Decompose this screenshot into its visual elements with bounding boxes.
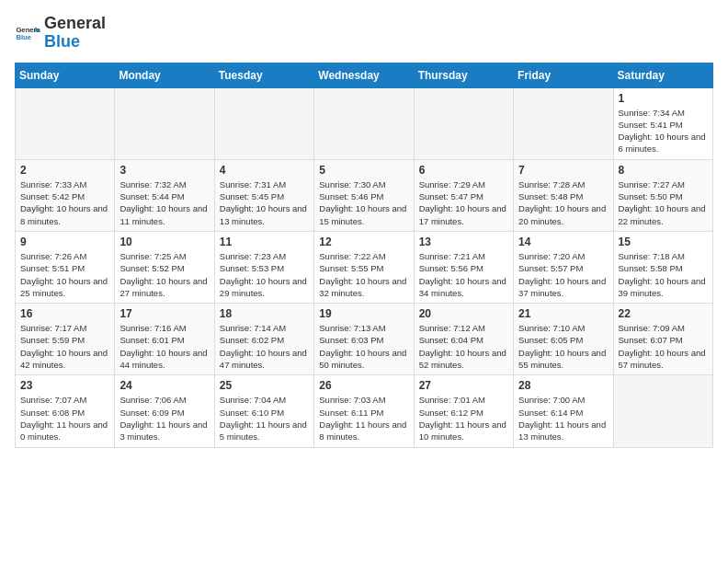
logo: General Blue GeneralBlue bbox=[15, 15, 106, 52]
day-header-thursday: Thursday bbox=[414, 63, 513, 87]
day-info: Sunrise: 7:01 AM Sunset: 6:12 PM Dayligh… bbox=[419, 394, 508, 442]
header: General Blue GeneralBlue bbox=[15, 15, 713, 52]
day-info: Sunrise: 7:17 AM Sunset: 5:59 PM Dayligh… bbox=[20, 322, 109, 371]
day-info: Sunrise: 7:16 AM Sunset: 6:01 PM Dayligh… bbox=[119, 322, 209, 371]
day-info: Sunrise: 7:20 AM Sunset: 5:57 PM Dayligh… bbox=[518, 250, 608, 299]
svg-text:Blue: Blue bbox=[16, 33, 31, 41]
day-info: Sunrise: 7:29 AM Sunset: 5:47 PM Dayligh… bbox=[419, 178, 508, 227]
week-row-0: 1Sunrise: 7:34 AM Sunset: 5:41 PM Daylig… bbox=[16, 87, 713, 159]
day-number: 20 bbox=[419, 307, 508, 320]
day-number: 17 bbox=[119, 307, 209, 320]
day-number: 16 bbox=[20, 307, 109, 320]
day-number: 7 bbox=[518, 164, 608, 177]
day-header-sunday: Sunday bbox=[16, 63, 115, 87]
day-info: Sunrise: 7:33 AM Sunset: 5:42 PM Dayligh… bbox=[20, 178, 109, 227]
day-info: Sunrise: 7:13 AM Sunset: 6:03 PM Dayligh… bbox=[319, 322, 408, 371]
day-info: Sunrise: 7:07 AM Sunset: 6:08 PM Dayligh… bbox=[20, 394, 109, 442]
day-info: Sunrise: 7:09 AM Sunset: 6:07 PM Dayligh… bbox=[619, 322, 708, 371]
day-cell bbox=[16, 87, 115, 159]
day-cell: 18Sunrise: 7:14 AM Sunset: 6:02 PM Dayli… bbox=[214, 304, 313, 375]
day-cell: 15Sunrise: 7:18 AM Sunset: 5:58 PM Dayli… bbox=[613, 231, 712, 303]
day-number: 12 bbox=[319, 236, 408, 248]
day-info: Sunrise: 7:32 AM Sunset: 5:44 PM Dayligh… bbox=[119, 178, 209, 227]
day-number: 27 bbox=[419, 379, 508, 392]
day-info: Sunrise: 7:31 AM Sunset: 5:45 PM Dayligh… bbox=[220, 178, 309, 227]
day-info: Sunrise: 7:14 AM Sunset: 6:02 PM Dayligh… bbox=[220, 322, 309, 371]
day-info: Sunrise: 7:03 AM Sunset: 6:11 PM Dayligh… bbox=[319, 394, 408, 442]
day-cell: 12Sunrise: 7:22 AM Sunset: 5:55 PM Dayli… bbox=[314, 231, 414, 303]
day-cell: 2Sunrise: 7:33 AM Sunset: 5:42 PM Daylig… bbox=[16, 159, 115, 231]
day-cell bbox=[414, 87, 513, 159]
day-cell: 8Sunrise: 7:27 AM Sunset: 5:50 PM Daylig… bbox=[613, 159, 712, 231]
day-cell: 19Sunrise: 7:13 AM Sunset: 6:03 PM Dayli… bbox=[314, 304, 414, 375]
day-info: Sunrise: 7:18 AM Sunset: 5:58 PM Dayligh… bbox=[619, 250, 708, 299]
day-info: Sunrise: 7:06 AM Sunset: 6:09 PM Dayligh… bbox=[119, 394, 209, 442]
day-cell: 9Sunrise: 7:26 AM Sunset: 5:51 PM Daylig… bbox=[16, 231, 115, 303]
day-number: 24 bbox=[119, 379, 209, 392]
day-cell bbox=[613, 375, 712, 447]
day-number: 1 bbox=[619, 92, 708, 105]
day-cell: 22Sunrise: 7:09 AM Sunset: 6:07 PM Dayli… bbox=[613, 304, 712, 375]
day-cell: 14Sunrise: 7:20 AM Sunset: 5:57 PM Dayli… bbox=[514, 231, 613, 303]
day-info: Sunrise: 7:30 AM Sunset: 5:46 PM Dayligh… bbox=[319, 178, 408, 227]
day-cell bbox=[514, 87, 613, 159]
day-header-monday: Monday bbox=[115, 63, 214, 87]
day-number: 15 bbox=[619, 236, 708, 248]
day-number: 4 bbox=[220, 164, 309, 177]
day-cell: 26Sunrise: 7:03 AM Sunset: 6:11 PM Dayli… bbox=[314, 375, 414, 447]
day-number: 2 bbox=[20, 164, 109, 177]
day-info: Sunrise: 7:27 AM Sunset: 5:50 PM Dayligh… bbox=[619, 178, 708, 227]
day-header-saturday: Saturday bbox=[613, 63, 712, 87]
day-number: 22 bbox=[619, 307, 708, 320]
day-cell: 25Sunrise: 7:04 AM Sunset: 6:10 PM Dayli… bbox=[214, 375, 313, 447]
day-number: 14 bbox=[518, 236, 608, 248]
day-cell bbox=[115, 87, 214, 159]
day-cell: 28Sunrise: 7:00 AM Sunset: 6:14 PM Dayli… bbox=[514, 375, 613, 447]
day-info: Sunrise: 7:21 AM Sunset: 5:56 PM Dayligh… bbox=[419, 250, 508, 299]
day-number: 21 bbox=[518, 307, 608, 320]
day-cell: 3Sunrise: 7:32 AM Sunset: 5:44 PM Daylig… bbox=[115, 159, 214, 231]
day-info: Sunrise: 7:28 AM Sunset: 5:48 PM Dayligh… bbox=[518, 178, 608, 227]
day-info: Sunrise: 7:00 AM Sunset: 6:14 PM Dayligh… bbox=[518, 394, 608, 442]
day-number: 11 bbox=[220, 236, 309, 248]
day-info: Sunrise: 7:34 AM Sunset: 5:41 PM Dayligh… bbox=[619, 107, 708, 155]
day-cell: 23Sunrise: 7:07 AM Sunset: 6:08 PM Dayli… bbox=[16, 375, 115, 447]
logo-text: GeneralBlue bbox=[44, 15, 106, 52]
day-number: 5 bbox=[319, 164, 408, 177]
week-row-4: 23Sunrise: 7:07 AM Sunset: 6:08 PM Dayli… bbox=[16, 375, 713, 447]
day-number: 8 bbox=[619, 164, 708, 177]
day-number: 13 bbox=[419, 236, 508, 248]
day-header-tuesday: Tuesday bbox=[214, 63, 313, 87]
day-cell: 20Sunrise: 7:12 AM Sunset: 6:04 PM Dayli… bbox=[414, 304, 513, 375]
day-header-friday: Friday bbox=[514, 63, 613, 87]
day-info: Sunrise: 7:12 AM Sunset: 6:04 PM Dayligh… bbox=[419, 322, 508, 371]
day-number: 10 bbox=[119, 236, 209, 248]
day-number: 6 bbox=[419, 164, 508, 177]
day-cell bbox=[314, 87, 414, 159]
day-header-wednesday: Wednesday bbox=[314, 63, 414, 87]
day-info: Sunrise: 7:22 AM Sunset: 5:55 PM Dayligh… bbox=[319, 250, 408, 299]
week-row-2: 9Sunrise: 7:26 AM Sunset: 5:51 PM Daylig… bbox=[16, 231, 713, 303]
day-cell: 13Sunrise: 7:21 AM Sunset: 5:56 PM Dayli… bbox=[414, 231, 513, 303]
day-cell bbox=[214, 87, 313, 159]
day-cell: 10Sunrise: 7:25 AM Sunset: 5:52 PM Dayli… bbox=[115, 231, 214, 303]
day-cell: 16Sunrise: 7:17 AM Sunset: 5:59 PM Dayli… bbox=[16, 304, 115, 375]
day-number: 18 bbox=[220, 307, 309, 320]
day-cell: 17Sunrise: 7:16 AM Sunset: 6:01 PM Dayli… bbox=[115, 304, 214, 375]
day-number: 3 bbox=[119, 164, 209, 177]
day-number: 25 bbox=[220, 379, 309, 392]
day-cell: 1Sunrise: 7:34 AM Sunset: 5:41 PM Daylig… bbox=[613, 87, 712, 159]
day-cell: 21Sunrise: 7:10 AM Sunset: 6:05 PM Dayli… bbox=[514, 304, 613, 375]
day-info: Sunrise: 7:10 AM Sunset: 6:05 PM Dayligh… bbox=[518, 322, 608, 371]
day-cell: 4Sunrise: 7:31 AM Sunset: 5:45 PM Daylig… bbox=[214, 159, 313, 231]
day-info: Sunrise: 7:23 AM Sunset: 5:53 PM Dayligh… bbox=[220, 250, 309, 299]
day-info: Sunrise: 7:04 AM Sunset: 6:10 PM Dayligh… bbox=[220, 394, 309, 442]
day-info: Sunrise: 7:25 AM Sunset: 5:52 PM Dayligh… bbox=[119, 250, 209, 299]
day-number: 26 bbox=[319, 379, 408, 392]
calendar: SundayMondayTuesdayWednesdayThursdayFrid… bbox=[15, 63, 713, 448]
day-number: 9 bbox=[20, 236, 109, 248]
day-info: Sunrise: 7:26 AM Sunset: 5:51 PM Dayligh… bbox=[20, 250, 109, 299]
week-row-3: 16Sunrise: 7:17 AM Sunset: 5:59 PM Dayli… bbox=[16, 304, 713, 375]
day-cell: 6Sunrise: 7:29 AM Sunset: 5:47 PM Daylig… bbox=[414, 159, 513, 231]
day-number: 28 bbox=[518, 379, 608, 392]
